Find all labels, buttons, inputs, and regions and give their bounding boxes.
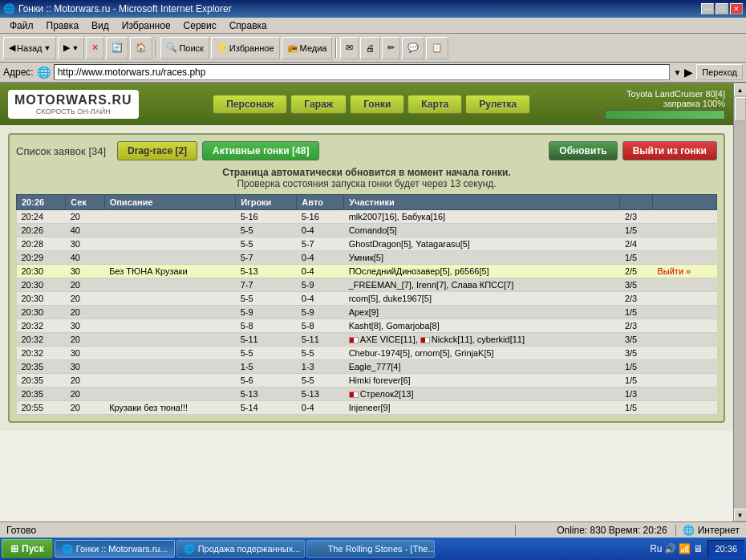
- window-titlebar: 🌐 Гонки :: Motorwars.ru - Microsoft Inte…: [0, 0, 746, 18]
- list-label: Список заявок [34]: [16, 145, 106, 157]
- cell-sec: 30: [66, 265, 104, 278]
- cell-desc: [104, 306, 236, 319]
- cell-auto: 0-4: [297, 401, 344, 415]
- toolbar: ◀ Назад ▼ ▶ ▼ ✕ 🔄 🏠 🔍 Поиск ⭐ Избранное …: [0, 34, 746, 63]
- back-dropdown-icon[interactable]: ▼: [44, 44, 51, 52]
- minimize-button[interactable]: —: [701, 3, 714, 14]
- menu-edit[interactable]: Правка: [40, 19, 86, 32]
- exit-race-button[interactable]: Выйти из гонки: [622, 141, 717, 160]
- table-row: 20:30 20 7-7 5-9 _FREEMAN_[7], Irenn[7],…: [17, 278, 717, 292]
- dropdown-arrow-icon[interactable]: ▼: [673, 68, 681, 77]
- go-text-button[interactable]: Переход: [696, 64, 743, 80]
- cell-participants: ПОследнийДинозавер[5], р6566[5]: [344, 265, 620, 278]
- print-icon: 🖨: [366, 43, 375, 53]
- notice-area: Страница автоматически обновится в момен…: [16, 167, 717, 189]
- cell-players: 1-5: [236, 360, 297, 374]
- cell-time: 20:35: [17, 388, 66, 401]
- start-button[interactable]: ⊞ Пуск: [2, 539, 53, 558]
- search-icon: 🔍: [166, 43, 177, 53]
- table-row: 20:35 30 1-5 1-3 Eagle_777[4] 1/5: [17, 360, 717, 374]
- cell-sec: 20: [66, 306, 104, 319]
- scroll-thumb[interactable]: [735, 97, 746, 121]
- scroll-up-button[interactable]: ▲: [734, 83, 747, 96]
- ie-icon: 🌐: [3, 3, 15, 14]
- mail-button[interactable]: ✉: [340, 37, 359, 59]
- cell-sec: 20: [66, 374, 104, 388]
- discuss-button[interactable]: 💬: [402, 37, 424, 59]
- nav-personazh[interactable]: Персонаж: [213, 95, 287, 114]
- cell-action: [652, 224, 716, 237]
- active-races-tab[interactable]: Активные гонки [48]: [202, 141, 319, 160]
- menu-favorites[interactable]: Избранное: [116, 19, 177, 32]
- table-row: 20:32 30 5-8 5-8 Kasht[8], Gomarjoba[8] …: [17, 319, 717, 333]
- scroll-down-button[interactable]: ▼: [734, 509, 747, 521]
- back-button[interactable]: ◀ Назад ▼: [3, 37, 56, 59]
- taskbar-item[interactable]: 🌐Гонки :: Motorwars.ru...: [55, 540, 175, 558]
- cell-action: [652, 210, 716, 224]
- cell-desc: [104, 333, 236, 347]
- cell-time: 20:24: [17, 210, 66, 224]
- notice-line1: Страница автоматически обновится в момен…: [16, 167, 717, 178]
- cell-time: 20:55: [17, 401, 66, 415]
- col-participants: Участники: [344, 195, 620, 210]
- cell-auto: 5-9: [297, 306, 344, 319]
- nav-ruletka[interactable]: Рулетка: [465, 95, 530, 114]
- menu-tools[interactable]: Сервис: [177, 19, 223, 32]
- print-button[interactable]: 🖨: [360, 37, 380, 59]
- cell-ratio: 2/5: [620, 265, 653, 278]
- search-button[interactable]: 🔍 Поиск: [160, 37, 209, 59]
- cell-players: 5-8: [236, 319, 297, 333]
- media-icon: 📻: [287, 43, 298, 53]
- cell-time: 20:30: [17, 278, 66, 292]
- fuel-bar-container: [605, 110, 725, 120]
- favorites-button[interactable]: ⭐ Избранное: [211, 37, 280, 59]
- research-button[interactable]: 📋: [426, 37, 448, 59]
- cell-participants: mlk2007[16], Бабука[16]: [344, 210, 620, 224]
- cell-auto: 0-4: [297, 224, 344, 237]
- cell-sec: 30: [66, 347, 104, 360]
- forward-dropdown-icon[interactable]: ▼: [71, 44, 79, 52]
- forward-button[interactable]: ▶ ▼: [58, 37, 84, 59]
- scroll-content: MOTORWARS.RU СКОРОСТЬ ОН-ЛАЙН Персонаж Г…: [0, 83, 733, 521]
- table-row: 20:30 20 5-5 0-4 rcom[5], duke1967[5] 2/…: [17, 292, 717, 306]
- drag-race-tab[interactable]: Drag-race [2]: [117, 141, 197, 160]
- scrollbar[interactable]: ▲ ▼: [733, 83, 746, 521]
- nav-gonki[interactable]: Гонки: [350, 95, 404, 114]
- nav-garazh[interactable]: Гараж: [290, 95, 347, 114]
- cell-ratio: 2/4: [620, 237, 653, 251]
- cell-auto: 5-9: [297, 278, 344, 292]
- menu-bar: Файл Правка Вид Избранное Сервис Справка: [0, 18, 746, 34]
- cell-action: [652, 237, 716, 251]
- nav-karta[interactable]: Карта: [407, 95, 462, 114]
- cell-players: 5-5: [236, 224, 297, 237]
- refresh-button[interactable]: 🔄: [106, 37, 128, 59]
- cell-time: 20:29: [17, 251, 66, 265]
- edit-button[interactable]: ✏: [382, 37, 400, 59]
- cell-time: 20:35: [17, 374, 66, 388]
- maximize-button[interactable]: □: [716, 3, 728, 14]
- taskbar-item[interactable]: 🌐Продажа подержанных...: [176, 540, 305, 558]
- cell-desc: [104, 237, 236, 251]
- scroll-track[interactable]: [734, 96, 746, 509]
- col-auto: Авто: [297, 195, 344, 210]
- cell-participants: Eagle_777[4]: [344, 360, 620, 374]
- cell-participants: Chebur-1974[5], ornom[5], GrinjaK[5]: [344, 347, 620, 360]
- stop-button[interactable]: ✕: [86, 37, 104, 59]
- table-row: 20:28 30 5-5 5-7 GhostDragon[5], Yatagar…: [17, 237, 717, 251]
- menu-view[interactable]: Вид: [85, 19, 116, 32]
- home-button[interactable]: 🏠: [130, 37, 152, 59]
- cell-action[interactable]: Выйти »: [652, 265, 716, 278]
- media-button[interactable]: 📻 Медиа: [282, 37, 333, 59]
- close-button[interactable]: ✕: [730, 3, 743, 14]
- cell-desc: [104, 374, 236, 388]
- status-bar: Готово Online: 830 Время: 20:26 🌐 Интерн…: [0, 521, 746, 538]
- taskbar-item[interactable]: 🎵The Rolling Stones - [The...: [306, 540, 435, 558]
- address-input[interactable]: [54, 64, 671, 80]
- cell-desc: [104, 210, 236, 224]
- home-icon: 🏠: [136, 43, 147, 53]
- go-button[interactable]: ▶: [684, 66, 693, 79]
- menu-file[interactable]: Файл: [3, 19, 40, 32]
- menu-help[interactable]: Справка: [223, 19, 274, 32]
- cell-participants: Умник[5]: [344, 251, 620, 265]
- refresh-races-button[interactable]: Обновить: [549, 141, 617, 160]
